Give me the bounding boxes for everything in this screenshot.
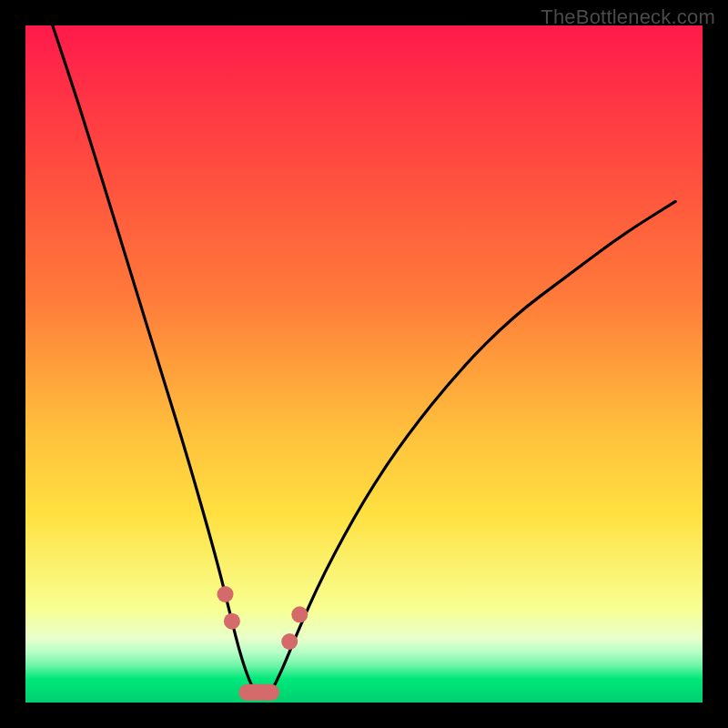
curve-marker-3 [291,606,308,622]
plot-area [25,25,703,703]
chart-svg [25,25,703,703]
minimum-marker [238,684,279,701]
watermark-text: TheBottleneck.com [541,5,715,29]
curve-marker-1 [224,613,240,630]
curve-marker-2 [281,633,298,650]
curve-marker-0 [217,586,234,602]
chart-frame: TheBottleneck.com [0,0,728,728]
gradient-bg [25,25,703,703]
